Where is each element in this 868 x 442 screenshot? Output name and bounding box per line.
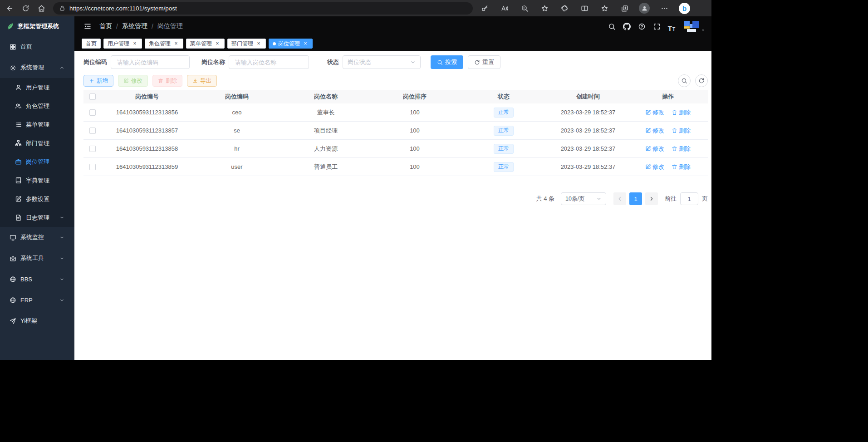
user-logo-image [683,20,700,33]
fullscreen-button[interactable] [652,21,662,32]
sidebar-item-user-mgmt[interactable]: 用户管理 [0,78,74,97]
sidebar-item-erp[interactable]: ERP [0,290,74,310]
sidebar-item-yi-framework[interactable]: Yi框架 [0,310,74,331]
goto-page-input[interactable] [680,192,698,205]
row-edit-button[interactable]: 修改 [645,163,664,171]
close-tab-icon[interactable]: × [132,40,138,47]
close-tab-icon[interactable]: × [255,40,262,47]
profile-avatar[interactable] [639,3,650,14]
row-delete-button[interactable]: 删除 [672,127,691,135]
page-number-button[interactable]: 1 [629,192,642,205]
sidebar-item-system-tools[interactable]: 系统工具 [0,248,74,269]
row-checkbox[interactable] [89,164,96,170]
post-code-input[interactable] [116,59,184,66]
chevron-up-icon [59,65,64,70]
row-delete-button[interactable]: 删除 [672,108,691,117]
prev-page-button[interactable] [613,192,626,205]
edit-icon [645,146,651,152]
row-checkbox-cell [83,158,102,176]
breadcrumb-item[interactable]: 首页 [99,22,112,30]
table-row: 1641030593112313857se项目经理100正常2023-03-29… [83,122,708,140]
row-checkbox[interactable] [89,109,96,116]
github-button[interactable] [622,21,632,32]
sidebar-item-system-mgmt[interactable]: 系统管理 [0,57,74,78]
select-all-checkbox[interactable] [89,93,96,100]
read-aloud-icon[interactable] [499,2,510,14]
sidebar-item-bbs[interactable]: BBS [0,269,74,290]
row-delete-button[interactable]: 删除 [672,163,691,171]
delete-button[interactable]: 删除 [152,75,182,87]
row-checkbox[interactable] [89,128,96,134]
sidebar-menu: 首页系统管理用户管理角色管理菜单管理部门管理岗位管理字典管理参数设置日志管理系统… [0,36,74,331]
tab-role-mgmt[interactable]: 角色管理× [145,39,183,49]
favorites-icon[interactable] [599,2,610,14]
more-options-icon[interactable] [659,2,670,14]
browser-window: https://ccnetcore.com:1101/system/post b… [0,0,711,360]
zoom-icon[interactable] [519,2,530,14]
chevron-left-icon [617,196,623,202]
home-button[interactable] [34,1,48,15]
browser-toolbar: https://ccnetcore.com:1101/system/post b [0,0,711,16]
row-edit-button[interactable]: 修改 [645,145,664,153]
row-edit-button[interactable]: 修改 [645,108,664,117]
extensions-icon[interactable] [559,2,570,14]
close-tab-icon[interactable]: × [214,40,221,47]
sidebar-item-system-monitor[interactable]: 系统监控 [0,227,74,248]
breadcrumb-item[interactable]: 系统管理 [122,22,147,30]
collections-icon[interactable] [619,2,630,14]
tab-user-mgmt[interactable]: 用户管理× [103,39,142,49]
add-button[interactable]: 新增 [83,75,113,87]
tab-dept-mgmt[interactable]: 部门管理× [227,39,266,49]
font-size-button[interactable]: TT [667,21,677,32]
password-key-icon[interactable] [479,2,490,14]
add-favorite-icon[interactable] [539,2,550,14]
reset-button[interactable]: 重置 [468,55,500,69]
address-bar[interactable]: https://ccnetcore.com:1101/system/post [53,2,473,15]
status-select[interactable]: 岗位状态 [343,55,421,69]
tab-menu-mgmt[interactable]: 菜单管理× [186,39,225,49]
status-badge: 正常 [494,126,514,136]
post-name-input[interactable] [234,59,304,66]
delete-icon [672,109,677,115]
sidebar-item-post-mgmt[interactable]: 岗位管理 [0,152,74,171]
back-button[interactable] [3,1,16,15]
sidebar-item-dict-mgmt[interactable]: 字典管理 [0,171,74,190]
close-tab-icon[interactable]: × [302,40,309,47]
site-lock-icon[interactable] [59,5,65,11]
tab-post-mgmt[interactable]: 岗位管理× [269,39,313,49]
copilot-bing-icon[interactable]: b [679,3,690,14]
row-checkbox[interactable] [89,146,96,152]
refresh-table-button[interactable] [695,74,708,87]
collapse-sidebar-button[interactable] [83,21,93,32]
row-checkbox-cell [83,140,102,157]
sidebar-item-role-mgmt[interactable]: 角色管理 [0,97,74,115]
export-button[interactable]: 导出 [187,75,217,87]
select-all-cell [83,90,102,103]
search-button[interactable]: 搜索 [431,55,463,69]
row-delete-button[interactable]: 删除 [672,145,691,153]
tab-home[interactable]: 首页 [82,39,101,49]
sidebar-item-dept-mgmt[interactable]: 部门管理 [0,134,74,152]
status-badge: 正常 [494,162,514,172]
help-button[interactable] [637,21,647,32]
sidebar-item-menu-mgmt[interactable]: 菜单管理 [0,115,74,134]
user-avatar[interactable] [683,20,705,33]
header-search-button[interactable] [607,21,617,32]
split-screen-icon[interactable] [579,2,590,14]
sidebar-item-home[interactable]: 首页 [0,36,74,57]
edit-button[interactable]: 修改 [118,75,148,87]
page-size-select[interactable]: 10条/页 [561,192,606,205]
row-edit-button[interactable]: 修改 [645,127,664,135]
status-badge: 正常 [494,108,514,118]
sidebar-item-log-mgmt[interactable]: 日志管理 [0,208,74,227]
trash-icon [158,78,163,83]
next-page-button[interactable] [645,192,658,205]
main-content: 岗位编码 岗位名称 状态 岗位状态 搜索 重置 [74,51,711,360]
reload-button[interactable] [19,1,32,15]
chevron-right-icon [648,196,655,202]
toggle-search-button[interactable] [678,74,691,87]
globe-icon [10,297,16,304]
sidebar-item-param-settings[interactable]: 参数设置 [0,190,74,208]
refresh-icon [474,59,480,65]
close-tab-icon[interactable]: × [173,40,179,47]
